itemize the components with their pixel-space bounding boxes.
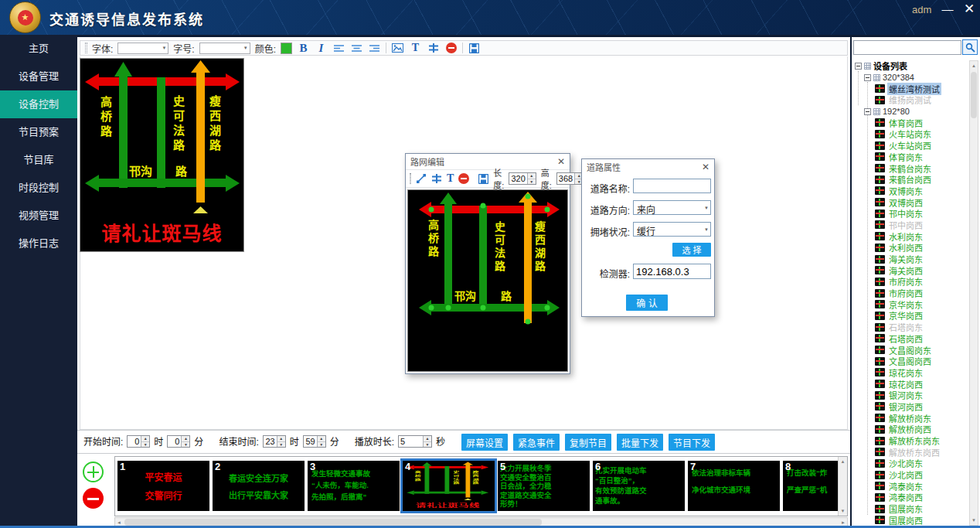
start-hour-spinner[interactable]: 0 ▲▼ xyxy=(127,435,150,448)
device-item[interactable]: 京华岗东 xyxy=(853,298,969,310)
device-item[interactable]: 鸿泰岗西 xyxy=(853,492,969,503)
sidebar-item[interactable]: 节目预案 xyxy=(0,118,77,146)
device-item[interactable]: 文昌阁岗东 xyxy=(853,344,969,356)
device-item[interactable]: 石塔岗东 xyxy=(853,322,969,333)
device-item[interactable]: 国展岗东 xyxy=(853,503,969,515)
spinner-up-icon[interactable]: ▲ xyxy=(528,173,536,179)
close-icon[interactable]: ✕ xyxy=(557,156,565,167)
toolbar-drag-handle[interactable] xyxy=(85,43,87,53)
device-item[interactable]: 解放桥东岗东 xyxy=(853,435,969,447)
device-item[interactable]: 来鹤台岗西 xyxy=(853,174,969,186)
spinner-down-icon[interactable]: ▼ xyxy=(424,442,431,448)
device-item[interactable]: 海关岗东 xyxy=(853,254,969,265)
draw-line-tool[interactable] xyxy=(416,172,427,185)
sidebar-item[interactable]: 节目库 xyxy=(0,146,77,174)
program-thumbnail[interactable]: 6 扎实开展电动车 “百日整治”， 有效预防道路交 通事故。 xyxy=(593,461,685,511)
select-detector-button[interactable]: 选 择 xyxy=(672,243,711,257)
device-item[interactable]: 海关岗西 xyxy=(853,264,969,276)
delete-button[interactable] xyxy=(444,42,458,54)
scroll-left-icon[interactable]: ◄ xyxy=(117,519,121,526)
scroll-down-icon[interactable]: ▼ xyxy=(841,508,846,514)
save-button[interactable] xyxy=(478,172,488,185)
device-search-button[interactable] xyxy=(962,39,978,55)
device-item[interactable]: 水利岗东 xyxy=(853,230,969,242)
road-tool-button[interactable] xyxy=(427,42,440,54)
device-item[interactable]: 火车站岗西 xyxy=(853,140,969,152)
device-item[interactable]: 京华岗西 xyxy=(853,310,969,322)
device-item[interactable]: 双博岗西 xyxy=(853,196,969,208)
sidebar-item[interactable]: 设备控制 xyxy=(0,90,77,118)
text-tool-button[interactable]: T xyxy=(409,42,422,54)
insert-image-button[interactable] xyxy=(391,42,404,54)
scrollbar-thumb[interactable] xyxy=(124,519,542,526)
device-item[interactable]: 市府岗西 xyxy=(853,288,969,299)
program-thumbnail-selected[interactable]: 4 高桥路 史可法路 瘦西湖路 请礼让斑马线 xyxy=(403,461,495,511)
sidebar-item[interactable]: 时段控制 xyxy=(0,174,77,202)
road-name-input[interactable] xyxy=(633,179,711,193)
device-tree-scrollbar[interactable]: ▲ ▼ xyxy=(969,60,978,526)
device-item[interactable]: 琼花岗西 xyxy=(853,378,969,390)
device-item[interactable]: 石塔岗西 xyxy=(853,333,969,345)
device-item[interactable]: 鸿泰岗东 xyxy=(853,480,969,492)
spinner-down-icon[interactable]: ▼ xyxy=(528,179,536,185)
spinner-up-icon[interactable]: ▲ xyxy=(424,436,431,442)
collapse-icon[interactable] xyxy=(864,108,871,115)
device-item[interactable]: 沙北岗西 xyxy=(853,469,969,481)
start-minute-spinner[interactable]: 0 ▲▼ xyxy=(167,435,190,448)
road-network-canvas[interactable]: 高桥路 史可法路 瘦西湖路 邗沟 路 xyxy=(407,189,568,372)
spinner-up-icon[interactable]: ▲ xyxy=(182,436,189,442)
action-button[interactable]: 批量下发 xyxy=(617,434,663,451)
scroll-up-icon[interactable]: ▲ xyxy=(841,458,846,465)
device-group-192x80[interactable]: 192*80 xyxy=(853,106,969,118)
length-spinner[interactable]: 320 ▲▼ xyxy=(509,172,536,185)
congestion-select[interactable]: 缓行 ▼ xyxy=(633,222,711,237)
device-item[interactable]: 解放桥岗东 xyxy=(853,412,969,424)
spinner-down-icon[interactable]: ▼ xyxy=(141,442,149,448)
color-swatch[interactable] xyxy=(281,43,292,54)
dialog-titlebar[interactable]: 道路属性 ✕ xyxy=(582,159,714,175)
device-item[interactable]: 沙北岗东 xyxy=(853,458,969,469)
action-button[interactable]: 节目下发 xyxy=(669,434,715,451)
detector-input[interactable] xyxy=(633,264,711,279)
scroll-right-icon[interactable]: ► xyxy=(841,519,846,526)
align-right-button[interactable] xyxy=(368,42,381,54)
delete-button[interactable] xyxy=(458,172,469,185)
road-tool-button[interactable] xyxy=(431,172,442,185)
device-group-320x384[interactable]: 320*384 xyxy=(853,72,969,83)
display-canvas[interactable]: 高桥路 史可法路 瘦西湖路 邗沟 路 请礼让斑马线 xyxy=(80,58,244,252)
text-tool-button[interactable]: T xyxy=(447,172,454,185)
collapse-icon[interactable] xyxy=(864,74,871,81)
device-item[interactable]: 市府岗东 xyxy=(853,276,969,288)
device-item[interactable]: 双博岗东 xyxy=(853,186,969,197)
thumbnail-vertical-scrollbar[interactable]: ▲ ▼ xyxy=(838,457,847,516)
sidebar-item[interactable]: 视频管理 xyxy=(0,202,77,230)
end-hour-spinner[interactable]: 23 ▲▼ xyxy=(263,435,286,448)
device-item[interactable]: 火车站岗东 xyxy=(853,128,969,140)
road-direction-select[interactable]: 来向 ▼ xyxy=(633,200,711,215)
scroll-up-icon[interactable]: ▲ xyxy=(971,63,976,69)
device-item[interactable]: 解放桥岗西 xyxy=(853,424,969,435)
align-center-button[interactable] xyxy=(350,42,363,54)
spinner-down-icon[interactable]: ▼ xyxy=(182,442,189,448)
device-item[interactable]: 螺丝湾桥测试 xyxy=(853,83,969,94)
sidebar-item[interactable]: 设备管理 xyxy=(0,63,77,90)
device-item[interactable]: 银河岗东 xyxy=(853,390,969,401)
collapse-icon[interactable] xyxy=(855,63,862,70)
program-thumbnail[interactable]: 7 依法治理非标车辆 净化城市交通环境 xyxy=(688,461,780,511)
sidebar-item[interactable]: 操作日志 xyxy=(0,230,77,257)
height-spinner[interactable]: 368 ▲▼ xyxy=(556,172,584,185)
device-search-input[interactable] xyxy=(853,40,961,55)
end-minute-spinner[interactable]: 59 ▲▼ xyxy=(303,435,326,448)
spinner-up-icon[interactable]: ▲ xyxy=(141,436,149,442)
device-item[interactable]: 国展岗西 xyxy=(853,515,969,526)
window-close-button[interactable]: ✕ xyxy=(961,1,977,17)
remove-program-button[interactable] xyxy=(83,488,104,509)
device-item[interactable]: 体育岗西 xyxy=(853,117,969,128)
device-item[interactable]: 体育岗东 xyxy=(853,152,969,163)
action-button[interactable]: 屏幕设置 xyxy=(461,434,508,451)
device-item[interactable]: 琼花岗东 xyxy=(853,367,969,379)
scrollbar-thumb[interactable] xyxy=(971,72,977,118)
action-button[interactable]: 复制节目 xyxy=(565,434,611,451)
device-item[interactable]: 邗中岗西 xyxy=(853,220,969,231)
program-thumbnail[interactable]: 1 平安春运 交警同行 xyxy=(117,461,209,511)
